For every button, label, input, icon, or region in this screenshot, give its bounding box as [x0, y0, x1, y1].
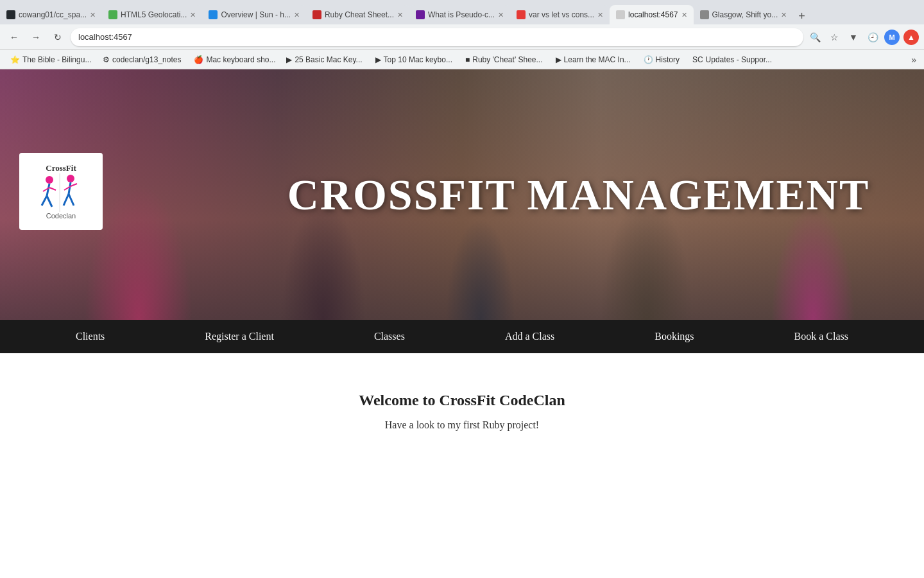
- bookmark-label: Top 10 Mac keybo...: [384, 55, 452, 64]
- tab-close-button[interactable]: ✕: [681, 11, 687, 19]
- tab-close-button[interactable]: ✕: [597, 11, 603, 19]
- bookmarks-more[interactable]: »: [909, 53, 919, 66]
- logo-bottom-text: Codeclan: [46, 212, 76, 220]
- nav-item[interactable]: Book a Class: [787, 326, 856, 347]
- browser-tab[interactable]: Overview | Sun - h...✕: [202, 5, 306, 24]
- bookmark-label: Ruby 'Cheat' Shee...: [472, 55, 542, 64]
- bookmark-item[interactable]: ■Ruby 'Cheat' Shee...: [460, 54, 548, 66]
- tab-label: What is Pseudo-c...: [428, 10, 495, 19]
- reload-button[interactable]: ↻: [49, 28, 67, 46]
- tab-close-button[interactable]: ✕: [190, 11, 196, 19]
- bookmark-item[interactable]: ▶Top 10 Mac keybo...: [370, 54, 458, 66]
- hero-section: CrossFit: [0, 69, 924, 320]
- tab-icon: [108, 10, 117, 19]
- nav-item[interactable]: Add a Class: [497, 326, 562, 347]
- search-icon[interactable]: 🔍: [807, 30, 823, 45]
- main-content: Welcome to CrossFit CodeClan Have a look…: [0, 353, 924, 469]
- bookmark-icon: 🍎: [194, 55, 203, 64]
- tab-close-button[interactable]: ✕: [294, 11, 300, 19]
- svg-line-9: [69, 194, 74, 206]
- bookmark-label: 25 Basic Mac Key...: [295, 55, 362, 64]
- browser-tab[interactable]: Ruby Cheat Sheet...✕: [306, 5, 409, 24]
- nav-item[interactable]: Classes: [366, 326, 413, 347]
- svg-point-6: [67, 175, 74, 182]
- address-bar: ← → ↻ 🔍 ☆ ▼ 🕘 M ▲: [0, 24, 924, 50]
- bookmark-icon: 🕐: [644, 55, 653, 64]
- bookmark-item[interactable]: ⭐The Bible - Bilingu...: [5, 54, 95, 66]
- bookmark-item[interactable]: ▶Learn the MAC In...: [551, 54, 636, 66]
- bookmark-icon: ▶: [375, 55, 381, 64]
- shield-icon[interactable]: ▼: [846, 30, 861, 45]
- logo-top-text: CrossFit: [46, 163, 76, 173]
- tab-icon: [416, 10, 425, 19]
- svg-line-1: [47, 184, 49, 196]
- tab-icon: [312, 10, 321, 19]
- new-tab-button[interactable]: +: [793, 8, 810, 24]
- tab-label: cowang01/cc_spa...: [19, 10, 87, 19]
- bookmark-label: Updates - Suppor...: [706, 55, 772, 64]
- browser-icons: 🔍 ☆ ▼ 🕘 M ▲: [807, 30, 919, 45]
- svg-line-11: [71, 184, 77, 186]
- tab-icon: [6, 10, 15, 19]
- bookmark-icon: SC: [692, 55, 703, 64]
- browser-tab[interactable]: Glasgow, Shift yo...✕: [694, 5, 794, 24]
- back-button[interactable]: ←: [5, 28, 23, 46]
- bookmark-icon: ▶: [286, 55, 292, 64]
- bookmark-icon[interactable]: ☆: [826, 30, 842, 45]
- profile-avatar[interactable]: M: [884, 30, 900, 45]
- bookmark-icon: ■: [465, 55, 470, 64]
- logo-box: CrossFit: [19, 153, 103, 230]
- nav-item[interactable]: Clients: [68, 326, 112, 347]
- svg-line-7: [69, 182, 71, 194]
- tab-icon: [517, 10, 526, 19]
- browser-tab[interactable]: What is Pseudo-c...✕: [409, 5, 510, 24]
- browser-tab[interactable]: localhost:4567✕: [610, 5, 693, 24]
- bookmark-icon: ⚙: [103, 55, 110, 64]
- bookmarks-bar: ⭐The Bible - Bilingu...⚙codeclan/g13_not…: [0, 50, 924, 69]
- svg-line-2: [42, 196, 47, 206]
- browser-tab[interactable]: HTML5 Geolocati...✕: [102, 5, 202, 24]
- browser-tab[interactable]: var vs let vs cons...✕: [510, 5, 610, 24]
- tab-icon: [616, 10, 625, 19]
- bookmark-item[interactable]: 🕐History: [638, 54, 685, 66]
- tab-label: HTML5 Geolocati...: [121, 10, 187, 19]
- bookmark-label: The Bible - Bilingu...: [22, 55, 91, 64]
- svg-line-3: [47, 196, 52, 207]
- nav-item[interactable]: Register a Client: [197, 326, 282, 347]
- tab-close-button[interactable]: ✕: [90, 11, 96, 19]
- logo-figure: [35, 173, 87, 212]
- svg-line-5: [49, 188, 56, 190]
- nav-item[interactable]: Bookings: [647, 326, 701, 347]
- bookmark-label: codeclan/g13_notes: [112, 55, 181, 64]
- tab-close-button[interactable]: ✕: [781, 11, 787, 19]
- tab-label: Ruby Cheat Sheet...: [325, 10, 394, 19]
- tab-close-button[interactable]: ✕: [498, 11, 504, 19]
- bookmark-item[interactable]: 🍎Mac keyboard sho...: [189, 54, 278, 66]
- tab-close-button[interactable]: ✕: [397, 11, 403, 19]
- bookmark-item[interactable]: ⚙codeclan/g13_notes: [98, 54, 186, 66]
- forward-button[interactable]: →: [27, 28, 45, 46]
- welcome-subtitle: Have a look to my first Ruby project!: [13, 419, 911, 431]
- welcome-title: Welcome to CrossFit CodeClan: [13, 392, 911, 409]
- tab-label: var vs let vs cons...: [529, 10, 594, 19]
- svg-point-0: [46, 176, 53, 184]
- bookmark-label: Learn the MAC In...: [564, 55, 631, 64]
- tab-icon: [700, 10, 709, 19]
- svg-line-8: [64, 194, 69, 206]
- tab-icon: [209, 10, 218, 19]
- tab-label: Overview | Sun - h...: [221, 10, 291, 19]
- browser-chrome: cowang01/cc_spa...✕HTML5 Geolocati...✕Ov…: [0, 0, 924, 69]
- site-nav: ClientsRegister a ClientClassesAdd a Cla…: [0, 320, 924, 353]
- url-input[interactable]: [71, 28, 803, 46]
- bookmark-icon: ⭐: [10, 55, 20, 64]
- browser-tab[interactable]: cowang01/cc_spa...✕: [0, 5, 102, 24]
- history-icon[interactable]: 🕘: [865, 30, 880, 45]
- bookmark-icon: ▶: [556, 55, 561, 64]
- bookmark-label: History: [656, 55, 680, 64]
- tab-label: localhost:4567: [628, 10, 678, 19]
- bookmark-item[interactable]: SCUpdates - Suppor...: [687, 54, 777, 66]
- notification-icon[interactable]: ▲: [903, 30, 919, 45]
- bookmark-item[interactable]: ▶25 Basic Mac Key...: [281, 54, 367, 66]
- page-content: CrossFit: [0, 69, 924, 469]
- tab-label: Glasgow, Shift yo...: [712, 10, 778, 19]
